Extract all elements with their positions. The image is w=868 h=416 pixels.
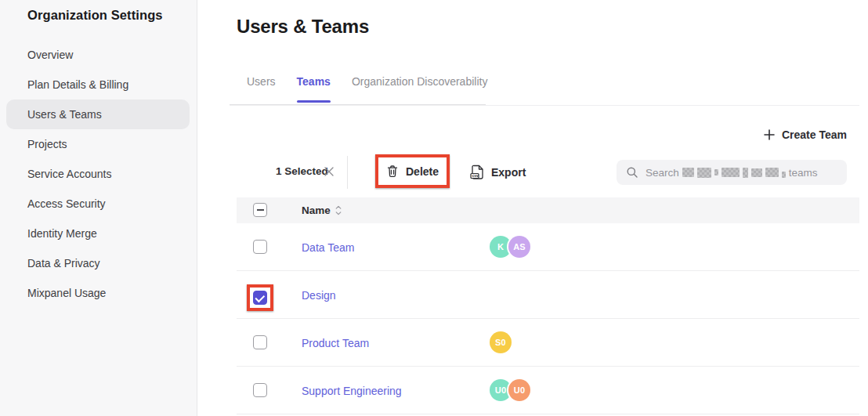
avatar: AS	[508, 236, 530, 258]
member-avatars: S0	[490, 331, 512, 353]
toolbar-divider	[347, 156, 348, 189]
export-label: Export	[491, 166, 526, 179]
search-placeholder: Search teams	[646, 167, 818, 179]
sort-icon	[335, 205, 342, 215]
sidebar-item-access-security[interactable]: Access Security	[6, 189, 190, 219]
search-icon	[626, 166, 638, 179]
row-checkbox[interactable]	[253, 335, 267, 349]
row-checkbox[interactable]	[253, 383, 267, 397]
tab-teams[interactable]: Teams	[297, 75, 331, 89]
delete-button[interactable]: Delete	[386, 165, 439, 178]
csv-file-icon: csv	[470, 165, 484, 180]
create-team-button[interactable]: Create Team	[764, 128, 847, 141]
plus-icon	[764, 129, 775, 140]
search-input[interactable]: Search teams	[617, 160, 847, 185]
main-content: Users & Teams UsersTeamsOrganization Dis…	[197, 0, 868, 416]
redacted-text	[765, 168, 779, 177]
page-title: Users & Teams	[237, 16, 369, 38]
row-checkbox[interactable]	[253, 240, 267, 254]
sidebar-item-data-privacy[interactable]: Data & Privacy	[6, 248, 190, 278]
sidebar-item-projects[interactable]: Projects	[6, 129, 190, 159]
tab-bar: UsersTeamsOrganization Discoverability	[247, 75, 487, 89]
table-header-row: Name	[237, 197, 859, 223]
content-divider	[230, 105, 859, 106]
table-row: Support EngineeringU0U0	[237, 367, 859, 414]
export-button[interactable]: csv Export	[470, 161, 526, 183]
redacted-text	[714, 169, 718, 175]
sidebar-item-service-accounts[interactable]: Service Accounts	[6, 159, 190, 189]
sidebar-item-plan-details-billing[interactable]: Plan Details & Billing	[6, 70, 190, 99]
sidebar-item-mixpanel-usage[interactable]: Mixpanel Usage	[6, 278, 190, 308]
table-body: Data TeamKASDesignProduct TeamS0Support …	[237, 223, 859, 414]
sidebar-nav: OverviewPlan Details & BillingUsers & Te…	[0, 40, 197, 308]
table-row: Design	[237, 271, 859, 319]
row-checkbox[interactable]	[253, 291, 267, 305]
team-name-link[interactable]: Support Engineering	[302, 367, 402, 414]
column-header-name[interactable]: Name	[302, 197, 342, 223]
table-row: Product TeamS0	[237, 319, 859, 367]
team-name-link[interactable]: Product Team	[302, 319, 369, 367]
redacted-text	[722, 168, 740, 177]
clear-selection-icon[interactable]	[324, 166, 335, 177]
selected-count: 1 Selected	[276, 165, 328, 177]
redacted-text	[682, 168, 694, 177]
member-avatars: KAS	[490, 236, 530, 258]
sidebar: Organization Settings OverviewPlan Detai…	[0, 0, 197, 416]
annotation-box-checkbox	[247, 284, 273, 311]
svg-text:csv: csv	[472, 173, 479, 178]
avatar: S0	[490, 331, 512, 353]
redacted-text	[743, 168, 748, 178]
teams-table: Name Data TeamKASDesignProduct TeamS0Sup…	[237, 197, 859, 414]
trash-icon	[386, 165, 399, 178]
avatar: U0	[508, 379, 530, 401]
redacted-text	[751, 168, 762, 177]
tab-users[interactable]: Users	[247, 75, 276, 89]
sidebar-title: Organization Settings	[27, 8, 163, 23]
member-avatars: U0U0	[490, 379, 530, 401]
redacted-text	[782, 172, 786, 178]
annotation-box-delete: Delete	[375, 154, 450, 188]
delete-label: Delete	[406, 165, 439, 178]
team-name-link[interactable]: Design	[302, 271, 336, 319]
select-all-checkbox[interactable]	[253, 203, 267, 217]
tab-organization-discoverability[interactable]: Organization Discoverability	[352, 75, 488, 89]
sidebar-item-identity-merge[interactable]: Identity Merge	[6, 219, 190, 248]
sidebar-item-users-teams[interactable]: Users & Teams	[6, 99, 190, 129]
sidebar-item-overview[interactable]: Overview	[6, 40, 190, 70]
table-row: Data TeamKAS	[237, 223, 859, 271]
redacted-text	[697, 168, 711, 178]
create-team-label: Create Team	[782, 128, 847, 141]
team-name-link[interactable]: Data Team	[302, 223, 354, 271]
